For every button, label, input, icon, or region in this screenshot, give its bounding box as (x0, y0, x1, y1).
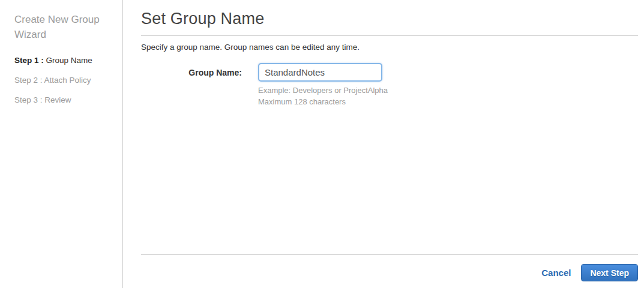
group-name-hints: Example: Developers or ProjectAlpha Maxi… (258, 85, 638, 107)
wizard-title: Create New Group Wizard (14, 12, 113, 42)
group-name-input[interactable] (258, 63, 382, 82)
step-1-label: Group Name (44, 56, 92, 65)
step-2-label: Attach Policy (43, 76, 91, 85)
sidebar-step-review: Step 3 : Review (14, 96, 113, 104)
title-divider (141, 35, 638, 36)
hint-max-characters: Maximum 128 characters (258, 97, 638, 108)
sidebar-step-attach-policy: Step 2 : Attach Policy (14, 76, 113, 85)
create-group-wizard-page: Create New Group Wizard Step 1 : Group N… (0, 0, 644, 288)
group-name-form-row: Group Name: (141, 63, 638, 82)
hint-example: Example: Developers or ProjectAlpha (258, 85, 638, 97)
cancel-button[interactable]: Cancel (541, 268, 571, 278)
main-content: Set Group Name Specify a group name. Gro… (123, 0, 644, 288)
wizard-footer: Cancel Next Step (141, 254, 638, 288)
step-2-prefix: Step 2 : (14, 76, 43, 85)
page-description: Specify a group name. Group names can be… (141, 43, 638, 52)
footer-actions: Cancel Next Step (141, 255, 638, 281)
step-3-label: Review (43, 95, 71, 104)
step-1-prefix: Step 1 : (14, 56, 44, 65)
group-name-label: Group Name: (141, 68, 242, 77)
next-step-button[interactable]: Next Step (581, 264, 638, 281)
step-3-prefix: Step 3 : (14, 95, 43, 104)
sidebar-step-group-name: Step 1 : Group Name (14, 56, 113, 65)
wizard-sidebar: Create New Group Wizard Step 1 : Group N… (0, 0, 123, 288)
page-title: Set Group Name (141, 10, 638, 28)
